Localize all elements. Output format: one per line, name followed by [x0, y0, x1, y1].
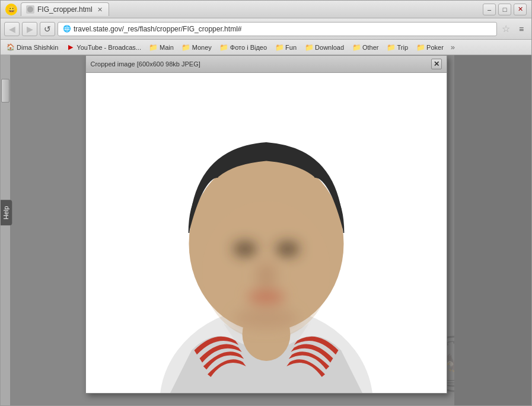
passport-photo [88, 73, 444, 393]
dialog-close-button[interactable]: ✕ [431, 59, 442, 69]
window-controls: – □ ✕ [483, 4, 527, 15]
bookmark-youtube-icon: ▶ [66, 44, 75, 51]
browser-favicon: 😀 [5, 4, 17, 15]
bookmark-youtube-label: YouTube - Broadcas... [77, 44, 141, 51]
forward-button[interactable]: ▶ [22, 22, 37, 36]
bookmark-trip-label: Trip [397, 44, 409, 51]
scrollbar-thumb[interactable] [1, 79, 9, 103]
bookmark-foto-label: Фото і Відео [230, 44, 267, 51]
left-scrollbar[interactable] [1, 55, 10, 405]
tab-close-button[interactable]: ✕ [97, 6, 103, 14]
browser-window: 😀 FIG_cropper.html ✕ – □ ✕ ◀ ▶ ↺ 🌐 trave… [0, 0, 532, 406]
bookmark-main[interactable]: 📁 Main [146, 43, 177, 52]
help-tab[interactable]: Help [1, 200, 12, 225]
bookmark-poker-icon: 📁 [416, 44, 425, 51]
tab-favicon [26, 5, 34, 14]
bookmark-foto-icon: 📁 [220, 44, 228, 51]
bookmark-money[interactable]: 📁 Money [179, 43, 215, 52]
bookmarks-more-button[interactable]: » [448, 43, 457, 52]
photo-container [88, 73, 444, 393]
close-button[interactable]: ✕ [514, 4, 527, 15]
browser-tab[interactable]: FIG_cropper.html ✕ [21, 2, 109, 16]
bookmark-youtube[interactable]: ▶ YouTube - Broadcas... [63, 43, 145, 52]
cropped-image-dialog: Cropped image [600x600 98kb JPEG] ✕ [85, 55, 447, 394]
bookmark-poker[interactable]: 📁 Poker [413, 43, 447, 52]
bookmark-other-icon: 📁 [352, 44, 361, 51]
bookmark-trip[interactable]: 📁 Trip [384, 43, 412, 52]
bookmark-other[interactable]: 📁 Other [349, 43, 383, 52]
dialog-title: Cropped image [600x600 98kb JPEG] [91, 60, 200, 68]
browser-menu-button[interactable]: ≡ [515, 23, 528, 36]
bookmark-star-button[interactable]: ☆ [499, 23, 512, 36]
dialog-content [86, 73, 447, 393]
address-bar[interactable]: 🌐 travel.state.gov/_res/flash/cropper/FI… [58, 22, 497, 36]
bookmark-dima-icon: 🏠 [7, 44, 15, 51]
content-area: Help 🦅 Croppe [1, 55, 531, 405]
bookmark-fun-label: Fun [285, 44, 297, 51]
bookmarks-bar: 🏠 Dima Shishkin ▶ YouTube - Broadcas... … [1, 40, 531, 55]
dialog-title-bar: Cropped image [600x600 98kb JPEG] ✕ [86, 56, 447, 73]
bookmark-main-icon: 📁 [149, 44, 158, 51]
bookmark-other-label: Other [362, 44, 379, 51]
bookmark-fun-icon: 📁 [275, 44, 283, 51]
bookmark-money-icon: 📁 [182, 44, 190, 51]
tab-label: FIG_cropper.html [37, 5, 93, 14]
svg-point-0 [27, 7, 33, 12]
bookmark-foto[interactable]: 📁 Фото і Відео [216, 43, 270, 52]
bookmark-money-label: Money [192, 44, 212, 51]
maximize-button[interactable]: □ [498, 4, 511, 15]
navigation-bar: ◀ ▶ ↺ 🌐 travel.state.gov/_res/flash/crop… [1, 18, 531, 40]
back-button[interactable]: ◀ [4, 22, 20, 36]
bookmark-poker-label: Poker [426, 44, 444, 51]
minimize-button[interactable]: – [483, 4, 496, 15]
bookmark-main-label: Main [160, 44, 174, 51]
bookmark-download-label: Download [315, 44, 344, 51]
bookmark-dima[interactable]: 🏠 Dima Shishkin [3, 43, 62, 52]
bookmark-dima-label: Dima Shishkin [17, 44, 58, 51]
title-bar: 😀 FIG_cropper.html ✕ – □ ✕ [1, 1, 531, 18]
svg-point-21 [202, 201, 330, 340]
bookmark-download-icon: 📁 [305, 44, 313, 51]
refresh-button[interactable]: ↺ [40, 22, 55, 36]
bookmark-fun[interactable]: 📁 Fun [272, 43, 300, 52]
address-text: travel.state.gov/_res/flash/cropper/FIG_… [74, 25, 241, 33]
bookmark-download[interactable]: 📁 Download [301, 43, 348, 52]
right-side-area [454, 55, 531, 405]
bookmark-trip-icon: 📁 [387, 44, 396, 51]
address-lock-icon: 🌐 [63, 25, 71, 33]
